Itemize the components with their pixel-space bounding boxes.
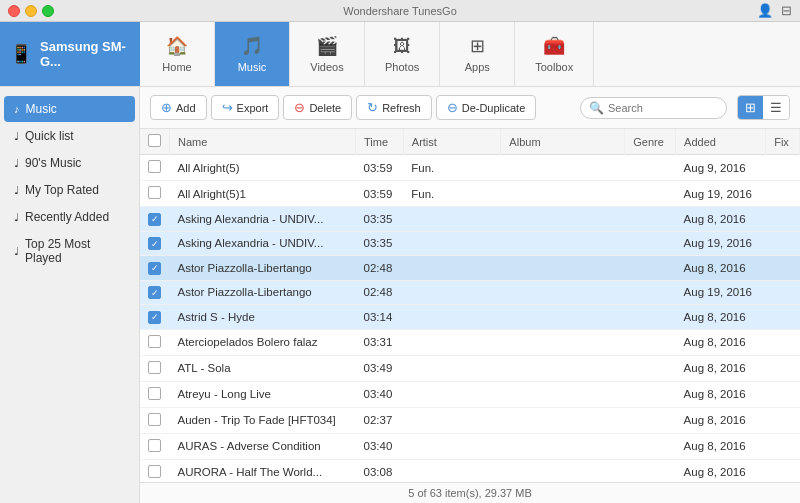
minimize-button[interactable]: [25, 5, 37, 17]
row-checkbox[interactable]: ✓: [148, 286, 161, 299]
row-checkbox[interactable]: ✓: [148, 262, 161, 275]
tab-music[interactable]: 🎵 Music: [215, 22, 290, 86]
row-checkbox[interactable]: ✓: [148, 213, 161, 226]
table-row[interactable]: AURAS - Adverse Condition 03:40 Aug 8, 2…: [140, 433, 800, 459]
track-fix: [766, 381, 800, 407]
track-genre: [625, 207, 676, 232]
close-button[interactable]: [8, 5, 20, 17]
track-artist: [403, 459, 501, 482]
track-time: 03:31: [356, 329, 404, 355]
deduplicate-icon: ⊖: [447, 100, 458, 115]
tab-music-label: Music: [238, 61, 267, 73]
table-row[interactable]: Aterciopelados Bolero falaz 03:31 Aug 8,…: [140, 329, 800, 355]
track-time: 03:49: [356, 355, 404, 381]
view-toggle: ⊞ ☰: [737, 95, 790, 120]
col-album: Album: [501, 129, 625, 155]
apps-icon: ⊞: [470, 35, 485, 57]
row-checkbox[interactable]: [148, 335, 161, 348]
track-time: 02:48: [356, 280, 404, 305]
sidebar-item-top-rated[interactable]: ♩ My Top Rated: [4, 177, 135, 203]
toolbox-icon: 🧰: [543, 35, 565, 57]
action-bar: ⊕ Add ↪ Export ⊖ Delete ↻ Refresh ⊖ De-D…: [140, 87, 800, 129]
col-genre: Genre: [625, 129, 676, 155]
tab-toolbox[interactable]: 🧰 Toolbox: [515, 22, 594, 86]
sidebar-item-top-25[interactable]: ♩ Top 25 Most Played: [4, 231, 135, 271]
list-view-button[interactable]: ☰: [763, 96, 789, 119]
row-checkbox[interactable]: [148, 465, 161, 478]
row-checkbox[interactable]: ✓: [148, 311, 161, 324]
track-genre: [625, 459, 676, 482]
row-checkbox[interactable]: [148, 413, 161, 426]
track-time: 03:40: [356, 381, 404, 407]
settings-icon[interactable]: ⊟: [781, 3, 792, 18]
sidebar-item-top-25-label: Top 25 Most Played: [25, 237, 125, 265]
track-name: ATL - Sola: [170, 355, 356, 381]
track-added: Aug 19, 2016: [676, 181, 766, 207]
track-genre: [625, 329, 676, 355]
track-name: Atreyu - Long Live: [170, 381, 356, 407]
table-row[interactable]: ✓ Astor Piazzolla-Libertango 02:48 Aug 1…: [140, 280, 800, 305]
track-artist: [403, 280, 501, 305]
row-checkbox[interactable]: [148, 387, 161, 400]
table-row[interactable]: ATL - Sola 03:49 Aug 8, 2016: [140, 355, 800, 381]
90s-icon: ♩: [14, 157, 19, 170]
export-icon: ↪: [222, 100, 233, 115]
track-added: Aug 19, 2016: [676, 280, 766, 305]
deduplicate-label: De-Duplicate: [462, 102, 526, 114]
table-row[interactable]: All Alright(5) 03:59 Fun. Aug 9, 2016: [140, 155, 800, 181]
track-genre: [625, 381, 676, 407]
user-icon[interactable]: 👤: [757, 3, 773, 18]
app-title: Wondershare TunesGo: [343, 5, 457, 17]
quick-list-icon: ♩: [14, 130, 19, 143]
track-genre: [625, 231, 676, 256]
track-artist: [403, 256, 501, 281]
sidebar-item-90s-label: 90's Music: [25, 156, 81, 170]
tab-home[interactable]: 🏠 Home: [140, 22, 215, 86]
maximize-button[interactable]: [42, 5, 54, 17]
sidebar-item-recently-added[interactable]: ♩ Recently Added: [4, 204, 135, 230]
row-checkbox[interactable]: [148, 361, 161, 374]
app-header: 📱 Samsung SM-G... 🏠 Home 🎵 Music 🎬 Video…: [0, 22, 800, 87]
sidebar-item-90s-music[interactable]: ♩ 90's Music: [4, 150, 135, 176]
music-icon: 🎵: [241, 35, 263, 57]
table-row[interactable]: AURORA - Half The World... 03:08 Aug 8, …: [140, 459, 800, 482]
table-row[interactable]: Atreyu - Long Live 03:40 Aug 8, 2016: [140, 381, 800, 407]
sidebar-item-music[interactable]: ♪ Music: [4, 96, 135, 122]
search-box: 🔍: [580, 97, 727, 119]
track-genre: [625, 256, 676, 281]
tab-photos[interactable]: 🖼 Photos: [365, 22, 440, 86]
refresh-button[interactable]: ↻ Refresh: [356, 95, 432, 120]
tab-home-label: Home: [162, 61, 191, 73]
track-name: All Alright(5): [170, 155, 356, 181]
track-added: Aug 8, 2016: [676, 329, 766, 355]
table-row[interactable]: Auden - Trip To Fade [HFT034] 02:37 Aug …: [140, 407, 800, 433]
recently-added-icon: ♩: [14, 211, 19, 224]
table-row[interactable]: ✓ Astor Piazzolla-Libertango 02:48 Aug 8…: [140, 256, 800, 281]
search-input[interactable]: [608, 102, 718, 114]
select-all-checkbox[interactable]: [148, 134, 161, 147]
table-row[interactable]: All Alright(5)1 03:59 Fun. Aug 19, 2016: [140, 181, 800, 207]
row-checkbox[interactable]: ✓: [148, 237, 161, 250]
tab-videos[interactable]: 🎬 Videos: [290, 22, 365, 86]
add-button[interactable]: ⊕ Add: [150, 95, 207, 120]
table-row[interactable]: ✓ Astrid S - Hyde 03:14 Aug 8, 2016: [140, 305, 800, 330]
export-button[interactable]: ↪ Export: [211, 95, 280, 120]
status-bar: 5 of 63 item(s), 29.37 MB: [140, 482, 800, 503]
refresh-icon: ↻: [367, 100, 378, 115]
row-checkbox[interactable]: [148, 439, 161, 452]
tab-apps[interactable]: ⊞ Apps: [440, 22, 515, 86]
delete-button[interactable]: ⊖ Delete: [283, 95, 352, 120]
track-album: [501, 155, 625, 181]
grid-view-button[interactable]: ⊞: [738, 96, 763, 119]
row-checkbox[interactable]: [148, 160, 161, 173]
track-fix: [766, 155, 800, 181]
sidebar-item-quick-list[interactable]: ♩ Quick list: [4, 123, 135, 149]
table-row[interactable]: ✓ Asking Alexandria - UNDIV... 03:35 Aug…: [140, 231, 800, 256]
track-name: Asking Alexandria - UNDIV...: [170, 231, 356, 256]
deduplicate-button[interactable]: ⊖ De-Duplicate: [436, 95, 537, 120]
track-artist: [403, 207, 501, 232]
col-time: Time: [356, 129, 404, 155]
row-checkbox[interactable]: [148, 186, 161, 199]
track-name: Astor Piazzolla-Libertango: [170, 256, 356, 281]
table-row[interactable]: ✓ Asking Alexandria - UNDIV... 03:35 Aug…: [140, 207, 800, 232]
